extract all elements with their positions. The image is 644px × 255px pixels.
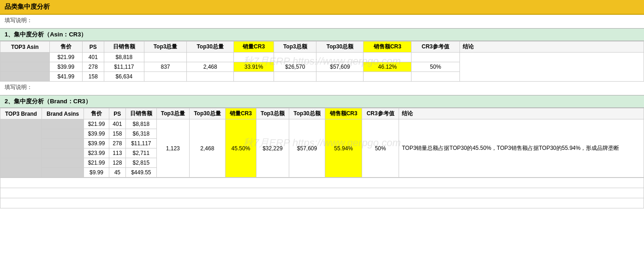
empty-row bbox=[0, 198, 644, 208]
section2-wrap: 2、集中度分析（Brand：CR3） 秋7月ERP https://www.ge… bbox=[0, 95, 644, 178]
section2-table: TOP3 Brand Brand Asins 售价 PS 日销售额 Top3总量… bbox=[0, 108, 644, 178]
table-cell: $449.55 bbox=[125, 168, 156, 178]
col-price: 售价 bbox=[49, 42, 82, 53]
table-cell bbox=[274, 72, 316, 82]
table-cell bbox=[411, 72, 459, 82]
table-cell: 278 bbox=[82, 62, 104, 72]
col-s2-top3qty: Top3总量 bbox=[156, 108, 189, 119]
empty-row bbox=[0, 188, 644, 198]
section1-header: 1、集中度分析（Asin：CR3） bbox=[0, 28, 644, 41]
col-cr3-qty: 销量CR3 bbox=[234, 42, 274, 53]
brand-cell: SU■■V bbox=[0, 119, 42, 158]
table-cell: $6,318 bbox=[125, 129, 156, 139]
totals-cell: 55.94% bbox=[325, 119, 362, 178]
table-cell: $2,815 bbox=[125, 158, 156, 168]
fill-note-2: 填写说明： bbox=[0, 82, 644, 93]
table-cell: 45 bbox=[109, 168, 125, 178]
table-cell: $21.99 bbox=[49, 53, 82, 62]
totals-cell: 50% bbox=[362, 119, 399, 178]
table-cell bbox=[364, 53, 411, 62]
table-cell: 50% bbox=[411, 62, 459, 72]
col-s2-top3amt: Top3总额 bbox=[256, 108, 289, 119]
empty-row bbox=[0, 178, 644, 188]
totals-cell: TOP3销量总额占据TOP30的45.50%，TOP3销售额占据TOP30的55… bbox=[399, 119, 644, 178]
table-cell: 158 bbox=[82, 72, 104, 82]
table-cell: $11,117 bbox=[125, 139, 156, 148]
col-s2-price: 售价 bbox=[84, 108, 109, 119]
table-cell: 33.91% bbox=[234, 62, 274, 72]
table-cell bbox=[144, 53, 186, 62]
section1-wrap: 1、集中度分析（Asin：CR3） 秋7月ERP https://www.ger… bbox=[0, 28, 644, 82]
asin-cell: B07S■1D2 bbox=[42, 158, 84, 168]
table-cell bbox=[144, 72, 186, 82]
col-top3-qty: Top3总量 bbox=[144, 42, 186, 53]
col-top3-amt: Top3总额 bbox=[274, 42, 316, 53]
col-daily-sales: 日销售额 bbox=[104, 42, 144, 53]
table-cell bbox=[411, 53, 459, 62]
col-top3asin: TOP3 Asin bbox=[0, 42, 50, 53]
table-cell: B0■BCN9B bbox=[0, 62, 50, 72]
table-cell: B0■■J6L bbox=[0, 72, 50, 82]
table-cell: $9.99 bbox=[84, 168, 109, 178]
col-s2-cr3qty: 销量CR3 bbox=[226, 108, 256, 119]
col-top30-amt: Top30总额 bbox=[316, 42, 364, 53]
table-cell: 278 bbox=[109, 139, 125, 148]
table-cell bbox=[364, 72, 411, 82]
col-s2-ps: PS bbox=[109, 108, 125, 119]
col-s2-ref: CR3参考值 bbox=[362, 108, 399, 119]
asin-cell: B0■1SQZ7 bbox=[42, 119, 84, 129]
totals-cell: 1,123 bbox=[156, 119, 189, 178]
table-cell: $57,609 bbox=[316, 62, 364, 72]
section2-header-row: TOP3 Brand Brand Asins 售价 PS 日销售额 Top3总量… bbox=[0, 108, 644, 119]
col-ref: CR3参考值 bbox=[411, 42, 459, 53]
col-s2-top30amt: Top30总额 bbox=[289, 108, 325, 119]
table-cell: $21.99 bbox=[84, 158, 109, 168]
table-cell: $11,117 bbox=[104, 62, 144, 72]
col-top30-qty: Top30总量 bbox=[187, 42, 234, 53]
table-cell: $26,570 bbox=[274, 62, 316, 72]
col-cr3-amt: 销售额CR3 bbox=[364, 42, 411, 53]
totals-cell: $57,609 bbox=[289, 119, 325, 178]
table-cell: 113 bbox=[109, 148, 125, 158]
table-cell: 46.12% bbox=[364, 62, 411, 72]
section1-header-row: TOP3 Asin 售价 PS 日销售额 Top3总量 Top30总量 销量CR… bbox=[0, 42, 644, 53]
col-brand-asins: Brand Asins bbox=[42, 108, 84, 119]
table-cell: $21.99 bbox=[84, 119, 109, 129]
totals-cell: 2,468 bbox=[189, 119, 225, 178]
table-cell bbox=[274, 53, 316, 62]
table-cell: $41.99 bbox=[49, 72, 82, 82]
table-cell bbox=[234, 53, 274, 62]
totals-cell: 45.50% bbox=[226, 119, 256, 178]
asin-cell: B07■G1V5 bbox=[42, 148, 84, 158]
asin-cell: B071■■R7 bbox=[42, 168, 84, 178]
table-cell: $6,634 bbox=[104, 72, 144, 82]
table-cell bbox=[187, 72, 234, 82]
table-cell: $39.99 bbox=[84, 129, 109, 139]
col-s2-daily: 日销售额 bbox=[125, 108, 156, 119]
asin-cell: B0■TZJ6L bbox=[42, 129, 84, 139]
table-cell: 401 bbox=[82, 53, 104, 62]
section1-table: TOP3 Asin 售价 PS 日销售额 Top3总量 Top30总量 销量CR… bbox=[0, 41, 644, 82]
section2-header: 2、集中度分析（Brand：CR3） bbox=[0, 95, 644, 108]
col-ps: PS bbox=[82, 42, 104, 53]
col-s2-top30qty: Top30总量 bbox=[189, 108, 225, 119]
totals-cell: $32,229 bbox=[256, 119, 289, 178]
table-cell bbox=[187, 53, 234, 62]
table-cell bbox=[234, 72, 274, 82]
table-cell bbox=[459, 53, 644, 82]
table-row: B0■1SQZ7$21.99401$8,818 bbox=[0, 53, 644, 62]
col-s2-cr3amt: 销售额CR3 bbox=[325, 108, 362, 119]
table-cell: $39.99 bbox=[49, 62, 82, 72]
table-cell: 158 bbox=[109, 129, 125, 139]
fill-note-1: 填写说明： bbox=[0, 15, 644, 26]
col-conclusion: 结论 bbox=[459, 42, 644, 53]
table-cell: $8,818 bbox=[125, 119, 156, 129]
table-cell: 837 bbox=[144, 62, 186, 72]
table-cell: $2,711 bbox=[125, 148, 156, 158]
table-cell: 2,468 bbox=[187, 62, 234, 72]
brand-cell: Melo■■asie bbox=[0, 158, 42, 178]
table-cell bbox=[316, 53, 364, 62]
table-cell: 401 bbox=[109, 119, 125, 129]
col-brand: TOP3 Brand bbox=[0, 108, 42, 119]
asin-cell: B01■CN9B bbox=[42, 139, 84, 148]
